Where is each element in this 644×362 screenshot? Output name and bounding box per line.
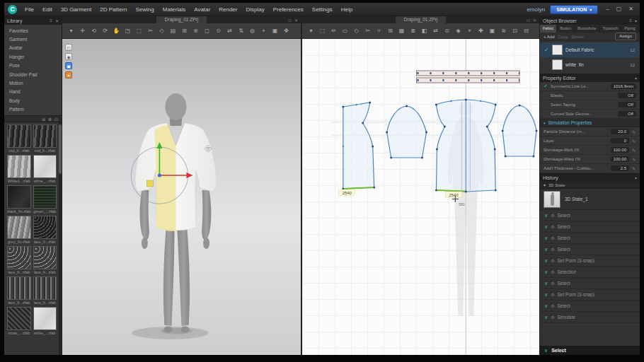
fabric-swatch[interactable]: lace_ft...zfab xyxy=(7,276,31,305)
property-row[interactable]: Seam Taping Off xyxy=(540,100,640,110)
fabric-swatch[interactable]: white_...zfab xyxy=(33,307,57,335)
library-item[interactable]: Favorites xyxy=(4,26,62,35)
toolbar-icon[interactable]: ⟳ xyxy=(100,25,110,36)
menu-item[interactable]: Preferences xyxy=(269,3,308,16)
pattern-board[interactable]: 2540 2540 580 xyxy=(302,39,539,355)
library-item[interactable]: Garment xyxy=(4,35,62,43)
app-logo-icon[interactable]: C xyxy=(8,5,17,14)
fabric-thumbnail[interactable] xyxy=(7,185,31,209)
fabric-object-thumbnail[interactable] xyxy=(552,59,563,70)
pattern-neckband[interactable] xyxy=(417,71,520,83)
fabric-swatch[interactable]: grey_fin.zfab xyxy=(7,216,31,244)
collapse-icon[interactable]: ⊡ xyxy=(54,117,58,122)
menu-item[interactable]: Avatar xyxy=(190,3,214,16)
menu-item[interactable]: Display xyxy=(241,3,268,16)
menu-item[interactable]: Materials xyxy=(159,3,190,16)
toolbar-icon[interactable]: ⊡ xyxy=(510,25,520,36)
fabric-swatch[interactable]: lace_fi...zfab xyxy=(33,216,57,244)
window-control-icon[interactable]: ✕ xyxy=(626,4,636,14)
property-row[interactable]: Add'l Thickness - Collisio... 2.5 ✎ xyxy=(540,164,640,173)
fabric-thumbnail[interactable] xyxy=(33,124,57,148)
viewport-toggle-icon[interactable]: ✦ xyxy=(65,71,72,78)
simulation-properties-section[interactable]: ▾ Simulation Properties xyxy=(540,119,640,127)
toolbar-icon[interactable]: ▣ xyxy=(270,25,280,36)
property-row[interactable]: Shrinkage-Warp (% 100.00 ✎ xyxy=(540,155,640,164)
toolbar-icon[interactable]: ◧ xyxy=(419,25,430,36)
gizmo-plane-handle[interactable] xyxy=(146,180,153,187)
history-current-row[interactable]: ∨ Select xyxy=(540,346,640,355)
property-value[interactable]: Off xyxy=(618,111,636,117)
menu-item[interactable]: Edit xyxy=(38,3,57,16)
toolbar-icon[interactable]: ◇ xyxy=(156,25,167,36)
toolbar-icon[interactable]: ⬚ xyxy=(134,25,144,36)
fabric-swatch[interactable]: White1...zfab xyxy=(7,155,31,183)
fabric-thumbnail[interactable] xyxy=(33,155,57,178)
scrollbar-thumb[interactable] xyxy=(59,124,62,174)
edit-pencil-icon[interactable]: ✎ xyxy=(631,139,636,144)
history-row[interactable]: ∨ ⚙ Select xyxy=(540,233,640,244)
collapse-icon[interactable]: ▾ xyxy=(635,76,637,81)
toolbar-icon[interactable]: ✚ xyxy=(476,25,486,36)
tab-topstitch[interactable]: Topstitch xyxy=(600,25,622,33)
window-control-icon[interactable]: ▢ xyxy=(614,4,625,14)
toolbar-icon[interactable]: ◍ xyxy=(247,25,258,36)
property-value[interactable]: 100.00 xyxy=(611,156,629,162)
pattern-sleeve-right[interactable] xyxy=(502,105,536,156)
fabric-swatch[interactable]: xmas_...zfab xyxy=(7,307,31,335)
toolbar-icon[interactable]: ✂ xyxy=(362,25,373,36)
history-3d-state-item[interactable]: 3D State_1 xyxy=(540,189,640,210)
chevron-expand-icon[interactable]: ∨ xyxy=(544,258,548,264)
viewport-2d-tab[interactable]: Draping_01.ZPrj xyxy=(396,16,446,23)
close-icon[interactable]: ✕ xyxy=(533,18,536,23)
fabric-swatch[interactable]: black_fin.zfab xyxy=(7,185,31,214)
menu-item[interactable]: File xyxy=(21,3,38,16)
fabric-swatch[interactable]: white_...zfab xyxy=(33,155,57,183)
menu-item[interactable]: 2D Pattern xyxy=(96,3,131,16)
pattern-front-bodice[interactable] xyxy=(343,103,374,189)
toolbar-icon[interactable]: ▭ xyxy=(340,25,350,36)
library-item[interactable]: Motion xyxy=(4,79,62,88)
toolbar-icon[interactable]: ▾ xyxy=(66,25,76,36)
detach-icon[interactable]: ⊡ xyxy=(527,18,530,23)
viewport-toggle-icon[interactable]: ▣ xyxy=(65,62,72,69)
property-row[interactable]: Particle Distance (m... 20.0 ✎ xyxy=(540,127,640,136)
toolbar-icon[interactable]: ⊟ xyxy=(521,25,531,36)
chevron-expand-icon[interactable]: ∨ xyxy=(544,281,548,286)
toolbar-icon[interactable]: ✥ xyxy=(281,25,292,36)
fabric-thumbnail[interactable] xyxy=(33,185,57,209)
history-row[interactable]: ∨ ⚙ Select xyxy=(540,244,640,255)
menu-item[interactable]: Help xyxy=(337,3,357,16)
menu-item[interactable]: Sewing xyxy=(132,3,159,16)
toolbar-icon[interactable]: ≋ xyxy=(190,25,201,36)
toolbar-icon[interactable]: ◻ xyxy=(202,25,212,36)
toolbar-icon[interactable]: ⊞ xyxy=(385,25,396,36)
edit-pencil-icon[interactable]: ✎ xyxy=(631,166,636,171)
toolbar-icon[interactable]: ✏ xyxy=(328,25,339,36)
fabric-thumbnail[interactable] xyxy=(7,307,31,330)
fabric-swatch[interactable]: xxd_h...zfab xyxy=(7,124,31,153)
fabric-thumbnail[interactable] xyxy=(33,307,57,330)
property-row[interactable]: Shrinkage-Weft (% 100.00 ✎ xyxy=(540,146,640,155)
library-item[interactable]: Body xyxy=(4,96,62,105)
pattern-back-bodice[interactable] xyxy=(436,100,495,192)
user-account[interactable]: emolyn xyxy=(527,6,545,13)
toolbar-icon[interactable]: ▣ xyxy=(487,25,498,36)
toolbar-icon[interactable]: ⊙ xyxy=(442,25,452,36)
toolbar-icon[interactable]: ▦ xyxy=(396,25,407,36)
history-row[interactable]: ∨ ⚙ Select xyxy=(540,210,640,221)
fabric-object-thumbnail[interactable] xyxy=(552,45,563,55)
add-fabric-button[interactable]: + Add xyxy=(544,35,555,39)
property-value[interactable]: 0 xyxy=(611,138,629,144)
edit-pencil-icon[interactable]: ✎ xyxy=(631,157,636,162)
property-value[interactable]: 100.00 xyxy=(611,147,629,153)
fabric-thumbnail[interactable] xyxy=(7,124,31,148)
fabric-swatch[interactable]: green_...zfab xyxy=(33,185,57,214)
edit-pencil-icon[interactable]: ✎ xyxy=(631,129,636,134)
simulation-button[interactable]: SIMULATION ▾ xyxy=(550,5,598,14)
property-row[interactable]: Elastic Off xyxy=(540,91,640,100)
close-icon[interactable]: ✕ xyxy=(294,18,298,23)
fabric-thumbnail[interactable] xyxy=(7,276,31,300)
gizmo-center[interactable] xyxy=(158,174,161,177)
history-row[interactable]: ∨ ⚙ Set Point (3-snap) xyxy=(540,255,640,267)
fabric-swatch[interactable]: lace_ft...zfab xyxy=(33,276,57,305)
